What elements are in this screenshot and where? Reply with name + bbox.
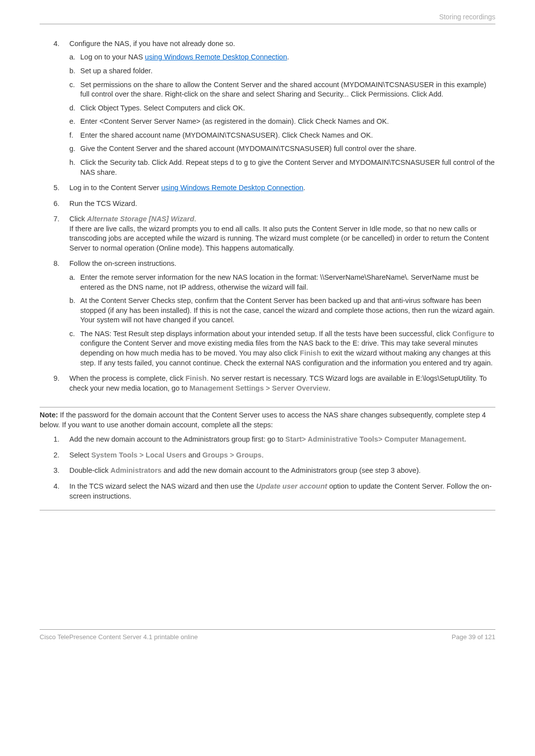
step-6: Run the TCS Wizard. bbox=[54, 199, 495, 209]
step-8c: The NAS: Test Result step displays infor… bbox=[69, 329, 495, 368]
step-8-sublist: Enter the remote server information for … bbox=[69, 273, 495, 368]
step-5-post: . bbox=[303, 184, 305, 192]
step-4e: Enter <Content Server Server Name> (as r… bbox=[69, 117, 495, 127]
step-5: Log in to the Content Server using Windo… bbox=[54, 183, 495, 193]
step-4f: Enter the shared account name (MYDOMAIN\… bbox=[69, 131, 495, 141]
step-4d: Click Object Types. Select Computers and… bbox=[69, 103, 495, 113]
step-4h: Click the Security tab. Click Add. Repea… bbox=[69, 158, 495, 177]
header-text: Storing recordings bbox=[439, 13, 495, 21]
system-tools-label: System Tools > Local Users bbox=[91, 451, 186, 459]
step-4a-post: . bbox=[287, 53, 289, 61]
administrators-label: Administrators bbox=[110, 466, 161, 474]
rdc-link-1[interactable]: using Windows Remote Desktop Connection bbox=[145, 53, 287, 61]
step-8b: At the Content Server Checks step, confi… bbox=[69, 296, 495, 325]
configure-label: Configure bbox=[452, 330, 486, 338]
rdc-link-2[interactable]: using Windows Remote Desktop Connection bbox=[161, 184, 303, 192]
note-1-pre: Add the new domain account to the Admini… bbox=[69, 435, 285, 443]
step-4g: Give the Content Server and the shared a… bbox=[69, 144, 495, 154]
step-4c: Set permissions on the share to allow th… bbox=[69, 80, 495, 100]
note-2-post: . bbox=[262, 451, 264, 459]
step-4-sublist: Log on to your NAS using Windows Remote … bbox=[69, 52, 495, 177]
finish-label-2: Finish bbox=[186, 374, 207, 382]
groups-label: Groups > Groups bbox=[203, 451, 262, 459]
step-4a-pre: Log on to your NAS bbox=[80, 53, 145, 61]
step-8a: Enter the remote server information for … bbox=[69, 273, 495, 292]
step-5-pre: Log in to the Content Server bbox=[69, 184, 161, 192]
footer-page: Page 39 of 121 bbox=[452, 633, 495, 642]
note-step-1: Add the new domain account to the Admini… bbox=[54, 435, 495, 445]
note-lead-text: If the password for the domain account t… bbox=[40, 411, 486, 429]
step-7-pre: Click bbox=[69, 215, 87, 223]
step-7-body: If there are live calls, the wizard prom… bbox=[69, 225, 489, 252]
step-9: When the process is complete, click Fini… bbox=[54, 374, 495, 393]
main-ordered-list: Configure the NAS, if you have not alrea… bbox=[40, 39, 495, 393]
note-step-4: In the TCS wizard select the NAS wizard … bbox=[54, 482, 495, 501]
alternate-storage-wizard-label: Alternate Storage [NAS] Wizard bbox=[87, 215, 194, 223]
step-4a: Log on to your NAS using Windows Remote … bbox=[69, 52, 495, 62]
note-step-3: Double-click Administrators and add the … bbox=[54, 466, 495, 476]
update-user-account-label: Update user account bbox=[256, 482, 327, 490]
note-2-pre: Select bbox=[69, 451, 91, 459]
note-4-pre: In the TCS wizard select the NAS wizard … bbox=[69, 482, 256, 490]
step-4b: Set up a shared folder. bbox=[69, 66, 495, 76]
step-8: Follow the on-screen instructions. Enter… bbox=[54, 259, 495, 368]
step-9-p3: . bbox=[328, 384, 330, 392]
note-box: Note: If the password for the domain acc… bbox=[40, 407, 495, 510]
step-8-text: Follow the on-screen instructions. bbox=[69, 259, 176, 267]
note-lead: Note: If the password for the domain acc… bbox=[40, 410, 495, 430]
step-7: Click Alternate Storage [NAS] Wizard. If… bbox=[54, 214, 495, 253]
note-bold: Note: bbox=[40, 411, 58, 419]
note-3-pre: Double-click bbox=[69, 466, 110, 474]
step-4-text: Configure the NAS, if you have not alrea… bbox=[69, 40, 235, 48]
step-4: Configure the NAS, if you have not alrea… bbox=[54, 39, 495, 177]
note-ordered-list: Add the new domain account to the Admini… bbox=[40, 435, 495, 501]
header-section-label: Storing recordings bbox=[40, 12, 495, 24]
step-9-p1: When the process is complete, click bbox=[69, 374, 186, 382]
note-3-post: and add the new domain account to the Ad… bbox=[161, 466, 421, 474]
step-8c-p1: The NAS: Test Result step displays infor… bbox=[80, 330, 452, 338]
mgmt-settings-label: Management Settings > Server Overview bbox=[190, 384, 328, 392]
footer-title: Cisco TelePresence Content Server 4.1 pr… bbox=[40, 633, 198, 642]
note-2-mid: and bbox=[186, 451, 202, 459]
page-footer: Cisco TelePresence Content Server 4.1 pr… bbox=[40, 629, 495, 642]
step-7-post: . bbox=[194, 215, 196, 223]
note-step-2: Select System Tools > Local Users and Gr… bbox=[54, 451, 495, 460]
finish-label-1: Finish bbox=[300, 349, 321, 357]
start-admin-tools-label: Start> Administrative Tools> Computer Ma… bbox=[285, 435, 466, 443]
